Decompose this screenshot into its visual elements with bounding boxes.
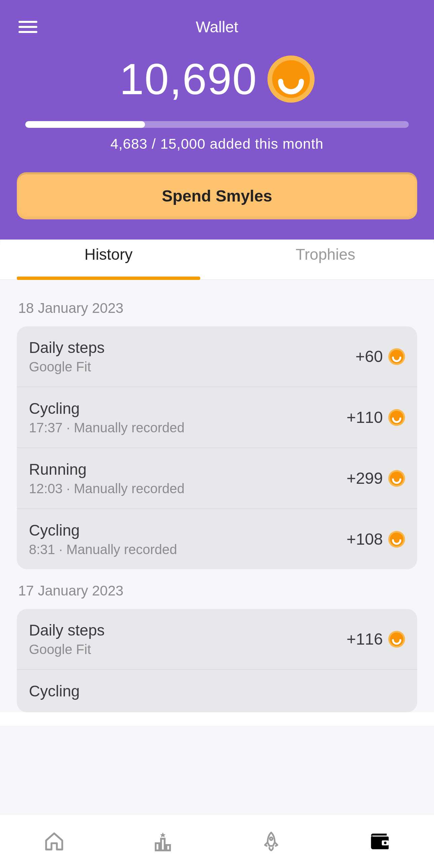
history-row-left: Cycling8:31 · Manually recorded bbox=[29, 521, 346, 557]
history-row[interactable]: Cycling8:31 · Manually recorded+108 bbox=[17, 509, 417, 569]
balance-amount: 10,690 bbox=[119, 54, 257, 104]
history-row-left: Daily stepsGoogle Fit bbox=[29, 621, 346, 657]
history-date-header: 17 January 2023 bbox=[18, 583, 417, 599]
history-row-amount: +108 bbox=[346, 530, 383, 548]
balance-row: 10,690 bbox=[0, 54, 434, 104]
history-row-subtitle: Google Fit bbox=[29, 642, 346, 657]
history-card: Daily stepsGoogle Fit+116Cycling bbox=[17, 609, 417, 712]
history-row-amount: +299 bbox=[346, 469, 383, 488]
nav-leaderboard[interactable] bbox=[149, 828, 176, 855]
home-icon bbox=[43, 831, 65, 852]
spend-button-label: Spend Smyles bbox=[162, 187, 272, 205]
nav-boost[interactable] bbox=[258, 828, 285, 855]
progress-section: 4,683 / 15,000 added this month bbox=[25, 121, 409, 152]
history-row-amount: +116 bbox=[346, 630, 383, 648]
tab-trophies[interactable]: Trophies bbox=[217, 229, 434, 279]
tab-history-label: History bbox=[85, 245, 132, 264]
history-row-title: Cycling bbox=[29, 682, 405, 700]
spend-smyles-button[interactable]: Spend Smyles bbox=[17, 172, 417, 219]
bottom-nav bbox=[0, 814, 434, 868]
leaderboard-icon bbox=[152, 831, 174, 852]
history-row-amount: +110 bbox=[346, 408, 383, 427]
history-row-title: Daily steps bbox=[29, 621, 346, 639]
wallet-icon bbox=[368, 830, 392, 853]
svg-point-7 bbox=[384, 841, 386, 844]
rocket-icon bbox=[260, 831, 282, 852]
history-row-title: Cycling bbox=[29, 399, 346, 417]
history-row[interactable]: Daily stepsGoogle Fit+60 bbox=[17, 326, 417, 387]
history-row-left: Cycling bbox=[29, 682, 405, 700]
progress-bar bbox=[25, 121, 409, 128]
top-bar: Wallet bbox=[0, 13, 434, 40]
nav-home[interactable] bbox=[41, 828, 68, 855]
coin-icon bbox=[388, 348, 405, 365]
page-title: Wallet bbox=[196, 18, 238, 36]
history-row[interactable]: Running12:03 · Manually recorded+299 bbox=[17, 448, 417, 509]
svg-point-5 bbox=[270, 837, 273, 840]
history-row-title: Cycling bbox=[29, 521, 346, 539]
history-row-right: +108 bbox=[346, 530, 405, 548]
tab-history[interactable]: History bbox=[0, 229, 217, 279]
history-row-right: +299 bbox=[346, 469, 405, 488]
history-row-amount: +60 bbox=[355, 347, 383, 366]
history-list: 18 January 2023Daily stepsGoogle Fit+60C… bbox=[0, 280, 434, 712]
history-row-subtitle: 17:37 · Manually recorded bbox=[29, 420, 346, 435]
history-row-subtitle: Google Fit bbox=[29, 359, 355, 374]
menu-button[interactable] bbox=[19, 18, 37, 36]
svg-rect-2 bbox=[161, 839, 164, 850]
wallet-header: Wallet 10,690 4,683 / 15,000 added this … bbox=[0, 0, 434, 240]
progress-label: 4,683 / 15,000 added this month bbox=[25, 136, 409, 152]
svg-rect-3 bbox=[155, 843, 159, 850]
coin-icon bbox=[388, 470, 405, 487]
history-row[interactable]: Cycling17:37 · Manually recorded+110 bbox=[17, 387, 417, 448]
history-row-right: +60 bbox=[355, 347, 405, 366]
coin-icon bbox=[388, 531, 405, 548]
coin-icon bbox=[388, 409, 405, 426]
svg-rect-4 bbox=[166, 845, 170, 850]
coin-icon bbox=[388, 631, 405, 648]
coin-icon bbox=[268, 56, 315, 103]
history-row[interactable]: Daily stepsGoogle Fit+116 bbox=[17, 609, 417, 670]
nav-wallet[interactable] bbox=[366, 828, 393, 855]
history-row-title: Running bbox=[29, 460, 346, 478]
history-row-left: Running12:03 · Manually recorded bbox=[29, 460, 346, 496]
history-row[interactable]: Cycling bbox=[17, 670, 417, 712]
tab-trophies-label: Trophies bbox=[296, 245, 355, 264]
history-card: Daily stepsGoogle Fit+60Cycling17:37 · M… bbox=[17, 326, 417, 569]
hamburger-icon bbox=[19, 21, 37, 33]
history-row-right: +110 bbox=[346, 408, 405, 427]
progress-fill bbox=[25, 121, 145, 128]
history-row-subtitle: 12:03 · Manually recorded bbox=[29, 481, 346, 496]
history-row-subtitle: 8:31 · Manually recorded bbox=[29, 542, 346, 557]
history-row-left: Cycling17:37 · Manually recorded bbox=[29, 399, 346, 435]
history-row-title: Daily steps bbox=[29, 338, 355, 356]
tabs: History Trophies bbox=[0, 229, 434, 280]
content-panel: History Trophies 18 January 2023Daily st… bbox=[0, 229, 434, 726]
history-row-left: Daily stepsGoogle Fit bbox=[29, 338, 355, 374]
history-date-header: 18 January 2023 bbox=[18, 300, 417, 316]
history-row-right: +116 bbox=[346, 630, 405, 648]
